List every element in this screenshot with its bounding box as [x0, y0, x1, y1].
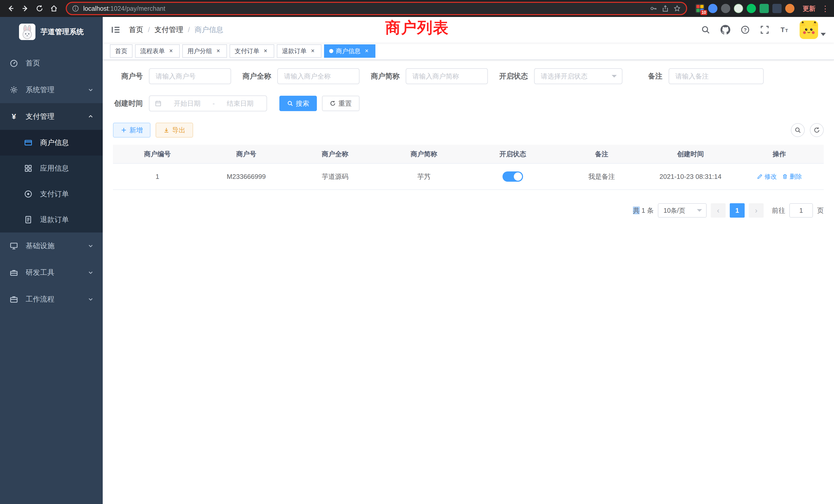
- active-dot: [329, 49, 333, 53]
- sidebar-item-home[interactable]: 首页: [0, 50, 103, 76]
- close-icon[interactable]: ×: [262, 47, 269, 55]
- search-button[interactable]: 搜索: [279, 96, 317, 111]
- refresh-table-button[interactable]: [810, 123, 824, 137]
- sidebar-item-pay-order[interactable]: 支付订单: [0, 181, 103, 207]
- extension-icon-8[interactable]: [785, 4, 794, 13]
- close-icon[interactable]: ×: [363, 47, 370, 55]
- browser-forward-icon[interactable]: [19, 2, 32, 15]
- user-avatar[interactable]: [799, 21, 826, 39]
- breadcrumb-payment[interactable]: 支付管理: [155, 25, 183, 35]
- reset-button[interactable]: 重置: [322, 96, 359, 111]
- close-icon[interactable]: ×: [215, 47, 222, 55]
- tab-process-form[interactable]: 流程表单×: [135, 44, 180, 58]
- toolbox-icon: [9, 268, 19, 277]
- tab-label: 退款订单: [282, 47, 307, 55]
- extension-icon-2[interactable]: [708, 4, 718, 13]
- share-icon[interactable]: [661, 5, 669, 12]
- filter-label-create-time: 创建时间: [113, 98, 143, 108]
- cell-create-time: 2021-10-23 08:31:14: [646, 173, 735, 181]
- sidebar-menu: 首页 系统管理 ¥ 支付管理: [0, 47, 103, 313]
- navbar-actions: ? TT: [701, 21, 826, 39]
- merchant-no-input[interactable]: [149, 68, 231, 84]
- status-select[interactable]: 请选择开启状态: [534, 68, 622, 84]
- bookmark-star-icon[interactable]: [673, 5, 681, 12]
- page-size-select[interactable]: 10条/页: [658, 203, 707, 217]
- logo-rabbit-icon: [19, 24, 36, 40]
- browser-back-icon[interactable]: [4, 2, 18, 15]
- tab-user-group[interactable]: 用户分组×: [182, 44, 227, 58]
- close-icon[interactable]: ×: [309, 47, 316, 55]
- site-info-icon[interactable]: [72, 5, 79, 12]
- password-key-icon[interactable]: [650, 5, 657, 12]
- tab-refund-order[interactable]: 退款订单×: [277, 44, 322, 58]
- next-page-button[interactable]: ›: [749, 203, 764, 217]
- extension-icon-1[interactable]: 10: [695, 4, 705, 13]
- fullscreen-icon[interactable]: [760, 25, 769, 35]
- extension-icon-3[interactable]: [721, 4, 730, 13]
- goto-page-input[interactable]: [789, 203, 813, 217]
- table-header-status: 开启状态: [468, 150, 557, 159]
- sidebar-item-merchant-info[interactable]: 商户信息: [0, 130, 103, 156]
- page-size-value: 10条/页: [663, 206, 697, 215]
- browser-refresh-icon[interactable]: [33, 2, 46, 15]
- full-name-input[interactable]: [277, 68, 359, 84]
- table-header-actions: 操作: [735, 150, 824, 159]
- cell-status: [468, 171, 557, 182]
- hamburger-icon[interactable]: [111, 25, 121, 35]
- app-title: 芋道管理系统: [41, 27, 84, 37]
- delete-button-label: 删除: [790, 173, 802, 181]
- address-bar[interactable]: localhost:1024/pay/merchant: [66, 2, 687, 15]
- date-separator: -: [213, 99, 215, 108]
- create-time-range[interactable]: 开始日期 - 结束日期: [149, 95, 267, 111]
- edit-button[interactable]: 修改: [757, 173, 777, 181]
- filter-row-2: 创建时间 开始日期 - 结束日期: [113, 95, 824, 111]
- cell-full-name: 芋道源码: [291, 172, 379, 181]
- sidebar-item-refund-order[interactable]: 退款订单: [0, 207, 103, 232]
- tabs-view: 首页 流程表单× 用户分组× 支付订单× 退款订单× 商户信息×: [103, 43, 834, 60]
- sidebar-item-workflow[interactable]: 工作流程: [0, 286, 103, 313]
- browser-update-button[interactable]: 更新: [798, 3, 820, 14]
- browser-menu-icon[interactable]: ⋮: [821, 4, 830, 13]
- tab-pay-order[interactable]: 支付订单×: [229, 44, 274, 58]
- breadcrumb-home[interactable]: 首页: [129, 25, 143, 35]
- current-page-button[interactable]: 1: [730, 203, 745, 217]
- help-icon[interactable]: ?: [741, 25, 750, 35]
- sidebar-item-app-info[interactable]: 应用信息: [0, 156, 103, 181]
- search-icon[interactable]: [701, 25, 710, 35]
- extension-icon-4[interactable]: [734, 4, 743, 13]
- delete-button[interactable]: 删除: [782, 173, 802, 181]
- sidebar-item-devtools[interactable]: 研发工具: [0, 259, 103, 286]
- short-name-input[interactable]: [406, 68, 488, 84]
- extension-icon-6[interactable]: [760, 4, 769, 13]
- table-header-remark: 备注: [557, 150, 646, 159]
- font-size-icon[interactable]: TT: [780, 25, 789, 35]
- add-button[interactable]: 新增: [113, 123, 151, 138]
- cell-short-name: 芋艿: [379, 172, 468, 181]
- extension-icon-7[interactable]: [772, 4, 782, 13]
- github-icon[interactable]: [721, 25, 730, 35]
- sidebar-item-system[interactable]: 系统管理: [0, 76, 103, 103]
- app-logo[interactable]: 芋道管理系统: [0, 17, 103, 47]
- sidebar-item-payment[interactable]: ¥ 支付管理: [0, 103, 103, 130]
- close-icon[interactable]: ×: [168, 47, 175, 55]
- chevron-down-icon: [88, 270, 93, 275]
- filter-label-full-name: 商户全称: [242, 71, 271, 81]
- end-date-placeholder: 结束日期: [219, 99, 261, 108]
- download-icon: [163, 127, 170, 133]
- tab-merchant-info[interactable]: 商户信息×: [324, 44, 375, 58]
- sidebar-item-infrastructure[interactable]: 基础设施: [0, 232, 103, 259]
- caret-down-icon: [821, 33, 826, 36]
- browser-home-icon[interactable]: [47, 2, 61, 15]
- gear-icon: [9, 86, 19, 94]
- export-button[interactable]: 导出: [156, 123, 193, 138]
- extension-icon-5[interactable]: [747, 4, 756, 13]
- remark-input[interactable]: [668, 68, 764, 84]
- toggle-search-button[interactable]: [791, 123, 805, 137]
- page-unit-label: 页: [817, 206, 824, 215]
- tab-home[interactable]: 首页: [110, 44, 132, 58]
- table-header-id: 商户编号: [113, 150, 202, 159]
- status-toggle[interactable]: [503, 171, 523, 182]
- pagination: 共 1 条 10条/页 ‹ 1 › 前往 页: [113, 203, 824, 217]
- prev-page-button[interactable]: ‹: [711, 203, 726, 217]
- calendar-icon: [155, 100, 162, 107]
